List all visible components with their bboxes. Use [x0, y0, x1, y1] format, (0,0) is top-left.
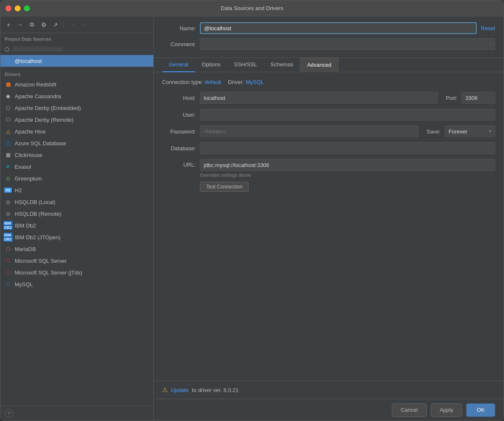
hsqldb-remote-icon: ◎	[5, 210, 11, 217]
tab-ssh-ssl[interactable]: SSH/SSL	[227, 58, 264, 72]
mariadb-label: MariaDB	[15, 246, 36, 252]
sidebar-item-apache-hive[interactable]: △ Apache Hive	[0, 126, 153, 137]
sidebar-item-greenplum[interactable]: ◎ Greenplum	[0, 173, 153, 184]
maximize-button[interactable]	[24, 5, 30, 11]
move-icon[interactable]: ↗	[51, 20, 60, 29]
name-input[interactable]	[200, 22, 477, 34]
sidebar-item-azure-sql[interactable]: ◫ Azure SQL Database	[0, 137, 153, 149]
mssql-jtds-icon: ⬡	[5, 269, 11, 276]
host-input[interactable]	[200, 92, 438, 104]
ibm-db2-jtopen-label: IBM Db2 (JTOpen)	[15, 234, 60, 241]
drivers-section-header: Drivers	[0, 67, 153, 78]
password-input[interactable]	[200, 126, 418, 137]
forward-arrow: →	[79, 20, 88, 29]
localhost-label: @localhost	[15, 58, 42, 64]
warning-icon: ⚠	[162, 386, 168, 394]
mssql-label: Microsoft SQL Server	[15, 258, 67, 264]
apply-button[interactable]: Apply	[431, 403, 462, 417]
localhost-icon: ⬡	[5, 58, 11, 64]
clickhouse-label: ClickHouse	[15, 152, 42, 158]
sidebar-item-amazon-redshift[interactable]: ▦ Amazon Redshift	[0, 78, 153, 90]
amazon-label: Amazon Redshift	[15, 81, 56, 88]
exasol-label: Exasol	[15, 164, 31, 170]
save-select-wrapper: Forever Until restart Never	[445, 126, 495, 137]
exasol-icon: ✕	[5, 163, 11, 170]
sidebar-item-apache-cassandra[interactable]: ◉ Apache Cassandra	[0, 90, 153, 102]
sidebar-item-exasol[interactable]: ✕ Exasol	[0, 161, 153, 173]
host-row: Host: Port:	[162, 92, 495, 104]
ok-button[interactable]: OK	[466, 403, 495, 417]
copy-icon[interactable]: ⧉	[27, 20, 37, 29]
hive-label: Apache Hive	[15, 128, 46, 135]
derby-rem-icon: ⬡	[5, 116, 11, 123]
reset-link[interactable]: Reset	[481, 25, 495, 31]
database-input[interactable]	[200, 142, 495, 154]
save-select[interactable]: Forever Until restart Never	[445, 126, 495, 137]
sidebar-item-mssql-jtds[interactable]: ⬡ Microsoft SQL Server (jTds)	[0, 267, 153, 278]
sidebar-item-localhost[interactable]: ⬡ @localhost	[0, 55, 153, 67]
title-bar: Data Sources and Drivers	[0, 0, 504, 16]
driver-value: MySQL	[246, 79, 264, 85]
cassandra-icon: ◉	[5, 93, 11, 99]
derby-emb-icon: ⬡	[5, 105, 11, 111]
sidebar-item-apache-derby-remote[interactable]: ⬡ Apache Derby (Remote)	[0, 114, 153, 126]
amazon-icon: ▦	[5, 81, 11, 88]
remove-icon[interactable]: −	[16, 20, 25, 29]
cancel-button[interactable]: Cancel	[392, 403, 426, 417]
name-clear-icon: ○	[470, 25, 473, 31]
h2-icon: H2	[5, 187, 11, 194]
back-arrow: ←	[69, 20, 78, 29]
sidebar-item-ibm-db2-jtopen[interactable]: IBMDB2 IBM Db2 (JTOpen)	[0, 231, 153, 243]
test-connection-button[interactable]: Test Connection	[200, 179, 495, 192]
database-label: Database:	[162, 145, 196, 152]
password-row: Password: Save: Forever Until restart Ne…	[162, 126, 495, 137]
host-label: Host:	[162, 95, 196, 101]
name-input-wrapper: ○	[200, 22, 477, 34]
sidebar-item-hsqldb-remote[interactable]: ◎ HSQLDB (Remote)	[0, 208, 153, 220]
update-link[interactable]: Update	[171, 387, 189, 393]
driver-label: Driver:	[228, 79, 244, 85]
hsqldb-remote-label: HSQLDB (Remote)	[15, 211, 61, 217]
comment-input[interactable]	[200, 38, 495, 50]
sidebar-item-clickhouse[interactable]: ▦ ClickHouse	[0, 149, 153, 161]
comment-row: Comment: ⤢	[162, 38, 495, 50]
settings-icon[interactable]: ⚙	[39, 20, 48, 29]
mysql-icon: ⬡	[5, 281, 11, 288]
sidebar-item-ibm-db2[interactable]: IBMDB2 IBM Db2	[0, 220, 153, 231]
greenplum-label: Greenplum	[15, 175, 42, 182]
add-icon[interactable]: +	[4, 20, 13, 29]
sidebar-item-mssql[interactable]: ⬡ Microsoft SQL Server	[0, 255, 153, 267]
mysql-label: MySQL	[15, 281, 33, 288]
sidebar-item-h2[interactable]: H2 H2	[0, 184, 153, 196]
toolbar-nav: ← →	[69, 20, 88, 29]
url-right: Overrides settings above Test Connection	[200, 159, 495, 192]
close-button[interactable]	[5, 5, 11, 11]
sidebar-item-apache-derby-embedded[interactable]: ⬡ Apache Derby (Embedded)	[0, 102, 153, 114]
tab-schemas[interactable]: Schemas	[264, 58, 300, 72]
comment-label: Comment:	[162, 41, 196, 47]
connection-type-row: Connection type: default Driver: MySQL	[162, 79, 495, 85]
port-input[interactable]	[462, 92, 495, 104]
url-input[interactable]	[200, 159, 495, 171]
user-input[interactable]	[200, 109, 495, 120]
window-controls	[5, 5, 30, 11]
password-label: Password:	[162, 128, 196, 135]
sidebar-item-hsqldb-local[interactable]: ◎ HSQLDB (Local)	[0, 196, 153, 208]
clickhouse-icon: ▦	[5, 152, 11, 158]
hsqldb-local-icon: ◎	[5, 199, 11, 205]
form-content: Connection type: default Driver: MySQL H…	[154, 72, 504, 381]
minimize-button[interactable]	[15, 5, 21, 11]
blurred-icon: ⬡	[5, 46, 9, 52]
tab-general[interactable]: General	[162, 58, 195, 72]
h2-label: H2	[15, 187, 22, 194]
port-label: Port:	[446, 95, 457, 101]
blurred-item: ⬡	[0, 43, 153, 55]
tab-advanced[interactable]: Advanced	[300, 58, 339, 72]
help-button[interactable]: ?	[5, 409, 13, 418]
tab-options[interactable]: Options	[195, 58, 227, 72]
project-section-header: Project Data Sources	[0, 33, 153, 43]
sidebar-item-mariadb[interactable]: ⬡ MariaDB	[0, 243, 153, 255]
sidebar-item-mysql[interactable]: ⬡ MySQL	[0, 278, 153, 290]
update-message: to driver ver. 8.0.21	[192, 387, 239, 393]
test-connection-btn[interactable]: Test Connection	[200, 182, 249, 192]
